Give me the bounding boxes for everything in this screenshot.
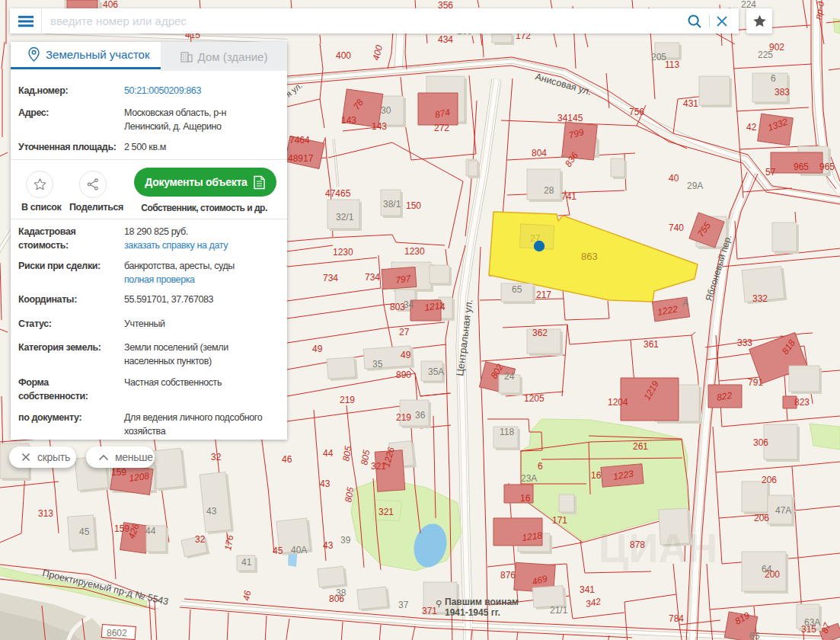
svg-text:38/1: 38/1 [383, 199, 401, 210]
svg-text:804: 804 [532, 148, 547, 158]
svg-text:64: 64 [762, 564, 772, 574]
svg-text:63А: 63А [804, 617, 820, 628]
svg-text:1205: 1205 [524, 393, 545, 404]
svg-text:45: 45 [273, 546, 283, 556]
svg-text:805: 805 [340, 445, 353, 462]
svg-text:7464: 7464 [289, 135, 310, 146]
svg-text:46: 46 [282, 454, 292, 465]
svg-text:37: 37 [398, 600, 409, 610]
svg-text:23А: 23А [521, 473, 537, 484]
svg-text:225: 225 [758, 50, 773, 60]
svg-text:784: 784 [669, 613, 684, 624]
svg-text:43: 43 [320, 478, 331, 489]
svg-text:1941-1945 гг.: 1941-1945 гг. [445, 607, 500, 618]
svg-text:8602: 8602 [107, 628, 127, 638]
svg-text:306: 306 [753, 437, 768, 448]
svg-text:44: 44 [145, 526, 156, 536]
svg-text:205: 205 [651, 52, 666, 62]
svg-text:40А: 40А [291, 545, 307, 555]
svg-text:32: 32 [211, 452, 222, 462]
svg-text:321: 321 [378, 507, 394, 517]
svg-text:1204: 1204 [608, 397, 628, 408]
svg-text:29А: 29А [687, 181, 703, 191]
svg-text:65: 65 [512, 284, 522, 295]
svg-text:41: 41 [241, 557, 252, 568]
svg-text:261: 261 [633, 441, 648, 452]
svg-text:32: 32 [195, 534, 206, 545]
svg-text:28: 28 [544, 185, 554, 196]
svg-text:272: 272 [434, 123, 449, 133]
svg-text:21/1: 21/1 [550, 605, 568, 616]
svg-text:А: А [682, 298, 688, 309]
svg-text:876: 876 [500, 570, 516, 581]
svg-text:34: 34 [404, 299, 414, 310]
svg-text:34145: 34145 [557, 113, 583, 123]
svg-text:Павшим воинам: Павшим воинам [445, 597, 519, 607]
svg-text:890: 890 [396, 370, 411, 380]
svg-text:47А: 47А [775, 505, 791, 516]
svg-text:219: 219 [396, 412, 411, 423]
svg-text:797: 797 [394, 273, 412, 286]
svg-text:965: 965 [819, 162, 835, 172]
svg-text:734: 734 [323, 273, 338, 283]
svg-text:217: 217 [536, 290, 551, 300]
svg-text:400: 400 [336, 50, 351, 61]
svg-text:361: 361 [644, 339, 659, 350]
svg-text:⚲: ⚲ [436, 599, 442, 608]
svg-text:383: 383 [775, 87, 790, 98]
svg-text:434: 434 [438, 34, 453, 45]
svg-text:805: 805 [359, 449, 372, 466]
svg-text:36: 36 [415, 410, 426, 421]
svg-text:313: 313 [38, 508, 53, 519]
svg-text:143: 143 [372, 121, 387, 132]
svg-text:118: 118 [500, 427, 514, 437]
svg-text:734: 734 [365, 272, 380, 283]
svg-text:39: 39 [340, 535, 351, 546]
svg-text:143: 143 [341, 115, 356, 126]
svg-text:756: 756 [629, 107, 644, 117]
svg-text:46: 46 [241, 590, 253, 602]
svg-text:219: 219 [340, 395, 355, 405]
svg-text:878: 878 [630, 539, 645, 550]
svg-text:49: 49 [312, 344, 323, 354]
svg-text:27: 27 [399, 327, 410, 338]
svg-text:43: 43 [206, 506, 217, 517]
svg-text:863: 863 [581, 251, 598, 262]
svg-text:16: 16 [520, 493, 531, 504]
svg-text:113: 113 [665, 59, 679, 70]
svg-text:171: 171 [552, 515, 567, 526]
svg-text:431: 431 [683, 98, 698, 109]
svg-text:24: 24 [504, 371, 515, 382]
svg-text:400: 400 [370, 43, 385, 61]
svg-text:32/1: 32/1 [336, 212, 354, 222]
svg-text:42: 42 [746, 122, 757, 133]
svg-text:16: 16 [591, 470, 602, 481]
svg-text:6: 6 [538, 461, 543, 472]
svg-text:43: 43 [323, 540, 334, 551]
svg-text:45: 45 [79, 526, 90, 537]
svg-text:35: 35 [372, 359, 383, 370]
svg-text:342: 342 [585, 596, 602, 610]
svg-text:49: 49 [401, 350, 411, 360]
svg-text:65: 65 [749, 631, 760, 640]
svg-text:362: 362 [532, 328, 548, 338]
svg-text:47465: 47465 [325, 188, 351, 199]
svg-text:150: 150 [406, 200, 421, 211]
svg-text:1230: 1230 [333, 247, 353, 258]
svg-text:341: 341 [580, 584, 595, 595]
svg-text:44: 44 [323, 448, 334, 459]
svg-text:206: 206 [762, 475, 777, 485]
svg-text:ЦИАН: ЦИАН [599, 525, 717, 571]
svg-text:48917: 48917 [288, 153, 314, 164]
svg-text:30: 30 [381, 105, 391, 116]
svg-text:176: 176 [222, 534, 235, 551]
svg-text:333: 333 [737, 338, 752, 348]
svg-text:38: 38 [336, 587, 347, 598]
svg-text:57: 57 [765, 167, 776, 178]
svg-text:740: 740 [669, 222, 684, 233]
svg-text:791: 791 [748, 377, 763, 388]
svg-text:206: 206 [754, 513, 769, 523]
svg-text:159: 159 [111, 467, 126, 478]
svg-text:6: 6 [771, 73, 776, 84]
svg-text:332: 332 [752, 293, 768, 304]
